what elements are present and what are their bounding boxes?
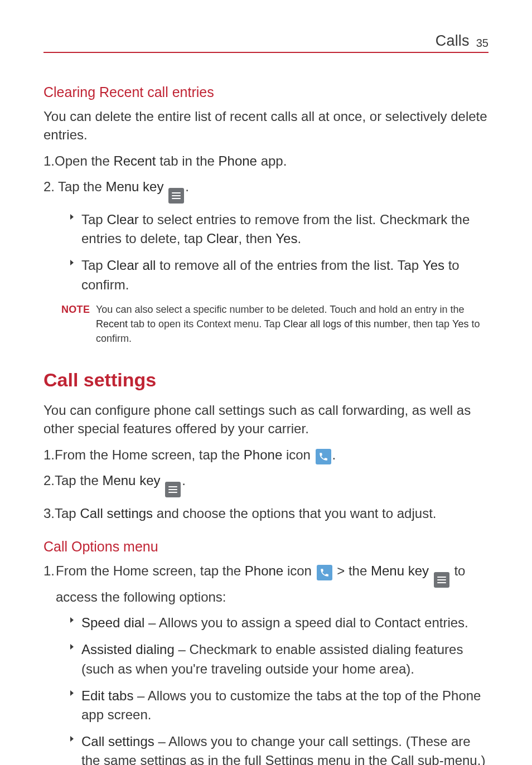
text: , then	[239, 231, 276, 246]
step-number: 2.	[43, 177, 58, 196]
text: From the Home screen, tap the	[56, 563, 245, 578]
call-settings-step-1: 1. From the Home screen, tap the Phone i…	[43, 446, 489, 464]
subheading-call-options: Call Options menu	[43, 539, 489, 555]
bold: Recent	[96, 318, 128, 330]
step-body: Tap the Menu key .	[55, 471, 489, 497]
text: app.	[257, 153, 287, 168]
bullet-body: Speed dial – Allows you to assign a spee…	[81, 613, 489, 632]
text: icon	[283, 563, 315, 578]
text: icon	[282, 447, 314, 462]
clearing-step-1: 1. Open the Recent tab in the Phone app.	[43, 152, 489, 171]
clearing-step-2: 2. Tap the Menu key .	[43, 177, 489, 204]
text: – Allows you to assign a speed dial to C…	[144, 615, 468, 630]
text: Tap	[81, 212, 107, 227]
step-body: Tap the Menu key .	[58, 177, 489, 204]
bullet-body: Tap Clear to select entries to remove fr…	[81, 210, 489, 248]
text: Tap the	[55, 473, 102, 488]
text: – Allows you to customize the tabs at th…	[81, 688, 481, 722]
bold: Assisted dialing	[81, 642, 175, 657]
text: Tap	[81, 258, 107, 273]
menu-key-icon	[168, 188, 184, 204]
note-label: NOTE	[61, 302, 96, 346]
bold: Phone	[244, 447, 282, 462]
bullet-arrow-icon	[69, 613, 81, 623]
bullet-arrow-icon	[69, 732, 81, 742]
text: tab to open its Context menu. Tap	[128, 318, 283, 330]
bullet-arrow-icon	[69, 640, 81, 650]
bullet-arrow-icon	[69, 686, 81, 696]
text: Open the	[55, 153, 113, 168]
menu-key-icon	[434, 572, 449, 588]
clearing-note: NOTE You can also select a specific numb…	[61, 302, 489, 346]
note-body: You can also select a specific number to…	[96, 302, 489, 346]
clearing-bullet-clear-all: Tap Clear all to remove all of the entri…	[69, 256, 489, 294]
step-number: 1.	[43, 446, 55, 464]
clearing-bullet-clear: Tap Clear to select entries to remove fr…	[69, 210, 489, 248]
step-body: From the Home screen, tap the Phone icon…	[56, 561, 489, 607]
call-settings-step-3: 3. Tap Call settings and choose the opti…	[43, 504, 489, 523]
bold: Clear	[206, 231, 238, 246]
text: and choose the options that you want to …	[153, 506, 436, 521]
text: .	[185, 179, 189, 194]
bullet-body: Edit tabs – Allows you to customize the …	[81, 686, 489, 724]
bold: Menu key	[371, 563, 429, 578]
bold: Speed dial	[81, 615, 144, 630]
text: tab in the	[156, 153, 218, 168]
bold: Call settings	[81, 734, 154, 749]
bullet-arrow-icon	[69, 256, 81, 266]
page: Calls 35 Clearing Recent call entries Yo…	[0, 0, 532, 765]
step-number: 1.	[43, 152, 55, 171]
phone-icon	[317, 565, 332, 580]
step-number: 2.	[43, 471, 55, 490]
bullet-body: Tap Clear all to remove all of the entri…	[81, 256, 489, 294]
bullet-body: Assisted dialing – Checkmark to enable a…	[81, 640, 489, 678]
bold: Recent	[113, 153, 156, 168]
step-body: Tap Call settings and choose the options…	[55, 504, 489, 523]
page-header: Calls 35	[43, 32, 489, 53]
text: to remove all of the entries from the li…	[156, 258, 422, 273]
bold: Yes	[275, 231, 297, 246]
bold: Phone	[245, 563, 283, 578]
bold: Clear all logs of this number	[283, 318, 408, 330]
call-settings-step-2: 2. Tap the Menu key .	[43, 471, 489, 497]
text: Tap the	[58, 179, 105, 194]
options-bullet-edit-tabs: Edit tabs – Allows you to customize the …	[69, 686, 489, 724]
step-body: From the Home screen, tap the Phone icon…	[55, 446, 489, 464]
step-number: 1.	[43, 561, 56, 580]
heading-call-settings: Call settings	[43, 369, 489, 391]
bold: Call settings	[80, 506, 153, 521]
step-number: 3.	[43, 504, 55, 523]
options-bullets: Speed dial – Allows you to assign a spee…	[69, 613, 489, 765]
text: , then tap	[408, 318, 452, 330]
bold: Menu key	[105, 179, 163, 194]
text: .	[332, 447, 336, 462]
bold: Yes	[452, 318, 468, 330]
step-body: Open the Recent tab in the Phone app.	[55, 152, 489, 171]
bullet-arrow-icon	[69, 210, 81, 220]
bold: Clear all	[107, 258, 156, 273]
text: .	[182, 473, 186, 488]
bold: Phone	[219, 153, 257, 168]
call-settings-intro: You can configure phone call settings su…	[43, 401, 489, 438]
text: > the	[333, 563, 371, 578]
text: From the Home screen, tap the	[55, 447, 244, 462]
bold: Menu key	[102, 473, 160, 488]
options-bullet-assisted-dialing: Assisted dialing – Checkmark to enable a…	[69, 640, 489, 678]
text: .	[297, 231, 301, 246]
options-step-1: 1. From the Home screen, tap the Phone i…	[43, 561, 489, 607]
chapter-title: Calls	[436, 32, 470, 50]
clearing-bullets: Tap Clear to select entries to remove fr…	[69, 210, 489, 294]
bold: Yes	[423, 258, 444, 273]
text: Tap	[55, 506, 80, 521]
text: You can also select a specific number to…	[96, 304, 464, 315]
bullet-body: Call settings – Allows you to change you…	[81, 732, 489, 765]
clearing-intro: You can delete the entire list of recent…	[43, 107, 489, 144]
page-number: 35	[476, 37, 489, 50]
bold: Clear	[107, 212, 138, 227]
phone-icon	[316, 449, 331, 464]
subheading-clearing: Clearing Recent call entries	[43, 84, 489, 100]
options-bullet-call-settings: Call settings – Allows you to change you…	[69, 732, 489, 765]
bold: Edit tabs	[81, 688, 133, 703]
menu-key-icon	[165, 482, 181, 497]
options-bullet-speed-dial: Speed dial – Allows you to assign a spee…	[69, 613, 489, 632]
